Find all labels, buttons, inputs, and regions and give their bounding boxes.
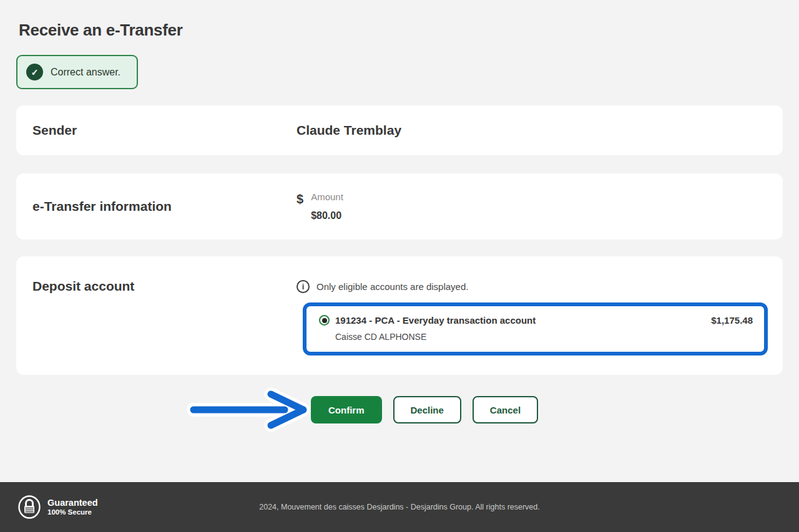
- transfer-info-label: e-Transfer information: [32, 199, 297, 214]
- deposit-account-card: Deposit account i Only eligible accounts…: [16, 256, 783, 375]
- radio-dot: [322, 318, 327, 323]
- pointer-arrow-icon: [186, 387, 318, 432]
- page-title: Receive an e-Transfer: [19, 21, 783, 40]
- eligible-accounts-info: i Only eligible accounts are displayed.: [297, 280, 768, 293]
- secure-label: 100% Secure: [47, 508, 98, 516]
- main-content: Receive an e-Transfer ✓ Correct answer. …: [0, 21, 799, 423]
- action-buttons-row: Confirm Decline Cancel: [16, 396, 783, 423]
- guaranteed-secure-logo: Guaranteed 100% Secure: [17, 495, 98, 519]
- account-institution: Caisse CD ALPHONSE: [335, 332, 753, 342]
- transfer-info-card: e-Transfer information $ Amount $80.00: [16, 173, 783, 239]
- correct-answer-badge: ✓ Correct answer.: [16, 55, 138, 89]
- footer: Guaranteed 100% Secure 2024, Mouvement d…: [0, 482, 799, 532]
- copyright-text: 2024, Mouvement des caisses Desjardins -…: [0, 503, 799, 511]
- lock-seal-icon: [17, 495, 41, 519]
- account-radio-selected[interactable]: [319, 315, 330, 326]
- correct-answer-label: Correct answer.: [51, 67, 120, 78]
- sender-value: Claude Tremblay: [297, 123, 768, 138]
- confirm-button[interactable]: Confirm: [311, 396, 382, 423]
- check-circle-icon: ✓: [26, 64, 43, 80]
- amount-label: Amount: [311, 191, 343, 202]
- sender-label: Sender: [32, 123, 297, 138]
- sender-card: Sender Claude Tremblay: [16, 105, 783, 155]
- guaranteed-label: Guaranteed: [47, 498, 98, 508]
- dollar-icon: $: [297, 192, 303, 206]
- amount-value: $80.00: [311, 210, 343, 221]
- deposit-account-label: Deposit account: [32, 279, 297, 294]
- amount-field: $ Amount $80.00: [297, 191, 768, 221]
- account-balance: $1,175.48: [711, 315, 753, 326]
- deposit-account-option[interactable]: 191234 - PCA - Everyday transaction acco…: [303, 302, 768, 355]
- decline-button[interactable]: Decline: [393, 396, 461, 423]
- info-icon: i: [297, 280, 310, 293]
- cancel-button[interactable]: Cancel: [473, 396, 538, 423]
- account-name: 191234 - PCA - Everyday transaction acco…: [335, 315, 536, 326]
- eligible-accounts-text: Only eligible accounts are displayed.: [316, 281, 468, 292]
